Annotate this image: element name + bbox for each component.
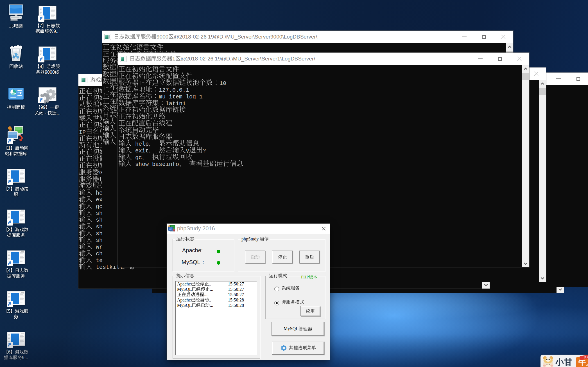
log-listbox[interactable]: Apache..15:50:27MySQL...15:50:27....15:5… [175,281,257,355]
desktop[interactable]: 1234569...79...8900099 - ... 9000@2018-0… [0,0,588,367]
system-service-radio[interactable] [274,287,279,291]
close-button[interactable] [510,53,529,65]
stop-button[interactable] [272,251,293,264]
console-line: latin1 [118,99,522,106]
bat-icon [6,247,26,267]
log-message: Apache.. [177,281,211,287]
apply-button[interactable] [300,306,320,316]
status-groupbox [173,239,234,271]
shortcut-arrow-icon [7,219,13,226]
icon-label: 69... [0,349,32,361]
console-line [118,126,522,133]
apache-status-dot [217,250,220,253]
console-line [118,133,522,140]
log-row[interactable]: Apache..15:50:27 [176,281,257,287]
log-row[interactable]: MySQL...15:50:27 [176,287,257,292]
start-button[interactable] [245,251,265,264]
minimize-button[interactable] [470,53,490,65]
desktop-icon[interactable]: 99 - ... [32,84,63,116]
log-message: Apache.. [177,297,211,303]
desktop-icon[interactable]: 69... [0,329,32,361]
phpstudy-dialog: phpStudy 2016 Apache: MySQL： phpStudy Ap… [167,224,330,360]
window-titlebar[interactable]: 9000@2018-02-26 19@D:\MU_Server\Server90… [102,31,513,43]
window-title: 1@2018-02-26 19@D:\MU_Server\Server1\Log… [130,53,315,65]
window-title: 9000@2018-02-26 19@D:\MU_Server\Server90… [114,31,317,43]
desktop-icon[interactable]: 2 [0,166,32,197]
desktop-icon[interactable]: 1 [0,125,32,157]
log-time: 15:50:27 [228,287,244,292]
log-row[interactable]: ....15:50:27 [176,292,257,297]
log-time: 15:50:27 [228,281,244,287]
php-version-label[interactable]: PHP [301,275,317,280]
desktop-icon[interactable] [0,44,32,69]
desktop-icon[interactable]: 4 [0,247,32,279]
non-service-radio[interactable] [274,301,279,305]
console-line [103,44,506,50]
icon-label [0,105,32,110]
shortcut-arrow-icon [38,97,44,103]
console-line [118,113,522,120]
log-message: MySQL... [177,303,213,308]
shortcut-arrow-icon [38,56,44,62]
icon-label: 3 [0,227,32,238]
console-line [118,120,522,126]
bat-icon [6,329,26,348]
icon-label: 4 [0,268,32,279]
mysql-admin-button[interactable]: MySQL [272,322,324,336]
scroll-up-arrow-icon[interactable] [506,43,513,50]
console-app-icon [81,77,87,83]
shortcut-arrow-icon [7,138,13,144]
computer-icon [6,3,26,22]
scroll-up-arrow-icon[interactable] [539,80,546,87]
window-titlebar[interactable]: 1@2018-02-26 19@D:\MU_Server\Server1\Log… [118,53,529,65]
scrollbar-thumb[interactable] [539,88,546,95]
console-line: exit y? [118,147,522,153]
scroll-up-arrow-icon[interactable] [522,65,529,72]
scrollbar-thumb[interactable] [522,73,529,80]
icon-label: 2 [0,186,32,197]
maximize-button[interactable] [474,31,494,43]
console-line [118,66,522,72]
desktop-icon[interactable]: 3 [0,207,32,238]
maximize-button[interactable] [490,53,510,65]
watermark-name [555,357,572,367]
system-service-label[interactable] [282,286,300,291]
scrollbar[interactable] [539,80,546,282]
scroll-down-arrow-icon[interactable] [522,260,529,267]
maximize-button[interactable] [568,73,588,85]
bat-icon [38,44,57,63]
desktop-icon[interactable]: 89000 [32,44,63,75]
bat-icon [6,166,26,185]
non-service-label[interactable] [282,300,304,305]
shortcut-arrow-icon [7,260,13,266]
log-time: 15:50:27 [228,292,244,297]
restart-button[interactable] [299,251,320,264]
console-app-icon [104,34,111,40]
icon-label [0,23,32,29]
bat-icon [38,3,57,22]
minimize-button[interactable] [549,73,568,85]
close-button[interactable] [494,31,513,43]
dialog-close-icon[interactable] [321,226,327,231]
minimize-button[interactable] [454,31,474,43]
scroll-down-arrow-icon[interactable] [539,274,546,282]
icon-label: 99 - ... [32,105,63,116]
scrollbar[interactable] [522,65,529,267]
console-line: help [118,140,522,147]
log-row[interactable]: Apache..15:50:28 [176,297,257,303]
close-icon [517,56,522,61]
recycle-icon [6,44,26,63]
desktop-icon[interactable]: 5 [0,288,32,320]
log-time: 15:50:28 [228,297,244,303]
phpstudy-app-icon [168,225,175,232]
gear-icon [281,345,287,351]
scroll-down-arrow-icon[interactable] [482,281,490,289]
dialog-titlebar[interactable]: phpStudy 2016 [167,224,330,234]
desktop-icon[interactable] [0,3,32,29]
icon-label: 79... [32,23,63,34]
bat-icon [6,207,26,226]
other-options-button[interactable] [272,341,324,355]
log-row[interactable]: MySQL...15:50:28 [176,303,257,308]
desktop-icon[interactable]: 79... [32,3,63,34]
desktop-icon[interactable] [0,84,32,110]
